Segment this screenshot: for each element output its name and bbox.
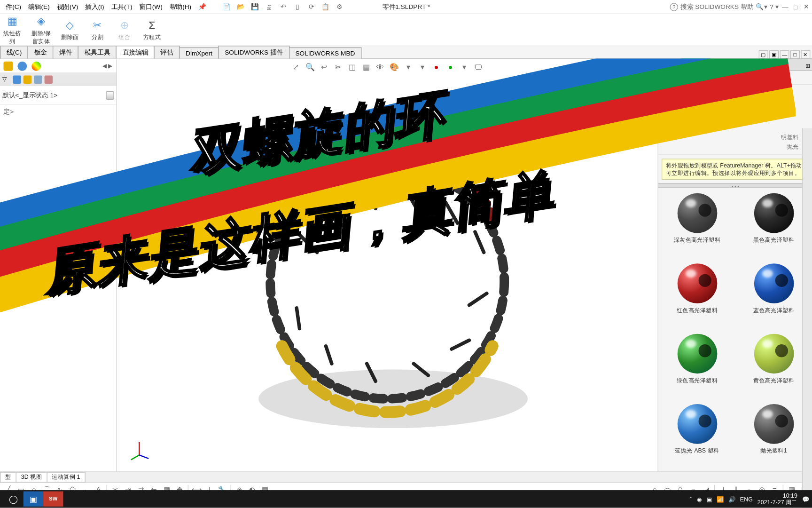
tray-chevron-icon[interactable]: ˄: [689, 496, 692, 502]
tab-mbd[interactable]: SOLIDWORKS MBD: [289, 48, 361, 59]
fm-filter-icon[interactable]: ▽: [2, 76, 10, 84]
tab-curves[interactable]: 线(C): [0, 46, 28, 58]
fm-back-icon[interactable]: ◀: [102, 63, 107, 69]
zoom-area-icon[interactable]: 🔍: [305, 62, 315, 72]
select-icon[interactable]: ▯: [292, 1, 302, 12]
search-box[interactable]: 搜索 SOLIDWORKS 帮助: [680, 2, 753, 11]
ribbon-combine[interactable]: ⊕组合: [116, 18, 133, 42]
minimize-button[interactable]: —: [781, 3, 789, 10]
tab-sheetmetal[interactable]: 钣金: [28, 46, 54, 58]
open-icon[interactable]: 📂: [236, 1, 246, 12]
fm-tab-config-icon[interactable]: [31, 61, 41, 71]
rp-back-icon[interactable]: ◀: [662, 73, 671, 82]
bottom-tab-3dview[interactable]: 3D 视图: [16, 472, 47, 482]
divider-grip[interactable]: • • •: [658, 183, 812, 188]
side-icon1[interactable]: ◉: [645, 78, 656, 90]
viewport-close-icon[interactable]: ✕: [801, 50, 810, 58]
edit-appearance-icon[interactable]: 🎨: [389, 62, 399, 72]
tree-item-fixed[interactable]: 定>: [0, 104, 117, 119]
help-dropdown-icon[interactable]: ? ▾: [770, 3, 779, 10]
close-button[interactable]: ✕: [802, 3, 810, 10]
viewport-max-icon[interactable]: □: [790, 50, 800, 58]
ribbon-equations[interactable]: Σ方程式: [143, 18, 161, 42]
tree-display-state[interactable]: 默认<_显示状态 1>: [2, 89, 114, 101]
view-orient-icon[interactable]: ◫: [347, 62, 357, 72]
render-icon[interactable]: ●: [431, 62, 442, 72]
taskbar-solidworks[interactable]: SW: [43, 492, 63, 507]
fm-icon4[interactable]: [45, 76, 53, 84]
new-icon[interactable]: 📄: [222, 1, 232, 12]
side-icon2[interactable]: ◫: [645, 93, 656, 105]
search-icon[interactable]: 🔍▾: [756, 3, 767, 10]
tab-moldtools[interactable]: 模具工具: [78, 46, 117, 58]
ribbon-delete-body[interactable]: ◈删除/保 留实体: [31, 14, 51, 46]
menu-view[interactable]: 视图(V): [53, 1, 82, 12]
display-style-icon[interactable]: ▦: [361, 62, 371, 72]
tab-dimxpert[interactable]: DimXpert: [179, 48, 219, 59]
view-dropdown-icon[interactable]: ▾: [459, 62, 469, 72]
apply-scene-icon[interactable]: ▾: [403, 62, 414, 72]
previous-view-icon[interactable]: ↩: [319, 62, 329, 72]
menu-window[interactable]: 窗口(W): [136, 1, 166, 12]
swatch-blue-abs[interactable]: 蓝抛光 ABS 塑料: [662, 402, 733, 468]
fm-forward-icon[interactable]: ▶: [108, 63, 113, 69]
bottom-tab-motion[interactable]: 运动算例 1: [47, 472, 86, 482]
tab-weldments[interactable]: 焊件: [53, 46, 78, 58]
tray-icon2[interactable]: ▣: [707, 496, 712, 502]
ribbon-linear-pattern[interactable]: ▦线性挤 列: [3, 14, 21, 46]
tray-network-icon[interactable]: 📶: [717, 496, 724, 502]
fm-icon1[interactable]: [13, 76, 21, 84]
fm-icon3[interactable]: [34, 76, 42, 84]
rp-fwd-icon[interactable]: ▶: [674, 73, 684, 82]
menu-file[interactable]: 件(C): [2, 1, 25, 12]
tab-addins[interactable]: SOLIDWORKS 插件: [219, 46, 289, 58]
render-icon2[interactable]: ●: [445, 62, 455, 72]
expand-icon[interactable]: ⊞: [805, 60, 810, 72]
swatch-yellow[interactable]: 黄色高光泽塑料: [738, 332, 809, 397]
swatch-blue[interactable]: 蓝色高光泽塑料: [738, 262, 809, 327]
screen-icon[interactable]: 🖵: [473, 62, 484, 72]
ribbon-split[interactable]: ✂分割: [89, 18, 106, 42]
print-icon[interactable]: 🖨: [264, 1, 274, 12]
rebuild-icon[interactable]: ⟳: [306, 1, 316, 12]
menu-edit[interactable]: 编辑(E): [25, 1, 54, 12]
menu-help[interactable]: 帮助(H): [166, 1, 195, 12]
menu-insert[interactable]: 插入(I): [82, 1, 108, 12]
tray-volume-icon[interactable]: 🔊: [728, 496, 735, 502]
taskbar-app1[interactable]: ▣: [23, 492, 43, 507]
viewport-min-icon[interactable]: —: [780, 50, 789, 58]
maximize-button[interactable]: □: [791, 3, 799, 10]
view-settings-icon[interactable]: ▾: [417, 62, 428, 72]
right-sidestrip[interactable]: [802, 128, 812, 508]
menu-tools[interactable]: 工具(T): [108, 1, 136, 12]
viewport-tile-icon[interactable]: ▢: [759, 50, 768, 58]
save-icon[interactable]: 💾: [250, 1, 260, 12]
ribbon-delete-face[interactable]: ◇删除面: [61, 18, 78, 42]
section-view-icon[interactable]: ✂: [333, 62, 343, 72]
fm-tab-feature-icon[interactable]: [3, 61, 13, 71]
help-icon[interactable]: ?: [670, 3, 678, 11]
fm-tab-property-icon[interactable]: [17, 61, 27, 71]
notification-icon[interactable]: 💬: [802, 496, 809, 502]
tray-icon1[interactable]: ◉: [697, 496, 702, 502]
undo-icon[interactable]: ↶: [278, 1, 288, 12]
hide-show-icon[interactable]: 👁: [375, 62, 385, 72]
rp-palette-icon[interactable]: 🎨: [687, 73, 697, 82]
taskbar-clock[interactable]: 10:19 2021-7-27 周二: [757, 492, 797, 505]
swatch-dark-grey[interactable]: 深灰色高光泽塑料: [662, 191, 733, 257]
tray-lang[interactable]: ENG: [740, 496, 753, 502]
eye-icon[interactable]: [106, 91, 114, 99]
home-icon[interactable]: ⌂: [645, 63, 656, 74]
tab-evaluate[interactable]: 评估: [154, 46, 180, 58]
swatch-black[interactable]: 黑色高光泽塑料: [738, 191, 809, 257]
bottom-tab-model[interactable]: 型: [0, 472, 16, 482]
collapse-icon[interactable]: «: [661, 60, 664, 72]
start-button[interactable]: ◯: [3, 492, 23, 507]
settings-gear-icon[interactable]: ⚙: [334, 1, 344, 12]
zoom-fit-icon[interactable]: ⤢: [291, 62, 301, 72]
rp-decal-icon[interactable]: ◫: [713, 73, 723, 82]
options-icon[interactable]: 📋: [320, 1, 330, 12]
menu-pin-icon[interactable]: 📌: [195, 2, 210, 12]
rp-up-icon[interactable]: ↑: [726, 73, 735, 82]
rp-scene-icon[interactable]: ▦: [700, 73, 710, 82]
